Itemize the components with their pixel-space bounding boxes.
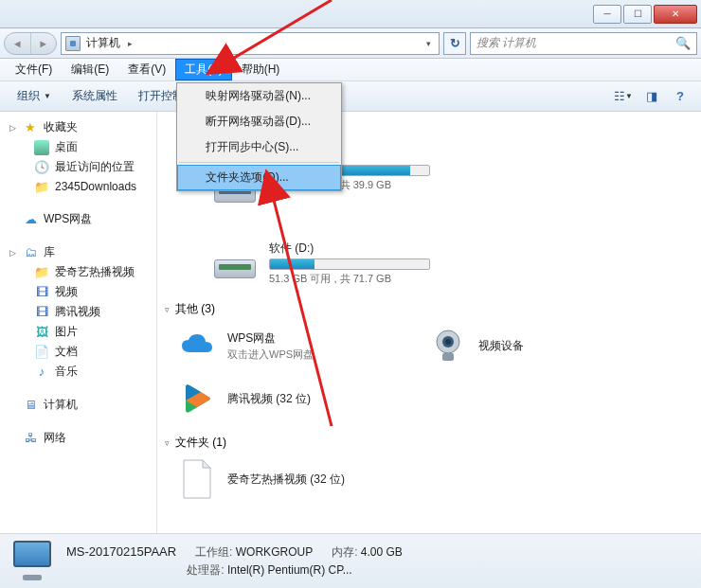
collapse-icon: ▷ [8,123,17,133]
collapse-icon: ▷ [8,248,17,258]
forward-button[interactable]: ► [31,33,57,54]
body: ▷★收藏夹 桌面 🕓最近访问的位置 📁2345Downloads ☁WPS网盘 … [0,112,701,533]
webcam-icon [427,325,469,366]
computer-icon: 🖥 [23,398,38,413]
preview-icon: ◨ [646,89,657,103]
toolbar: 组织▼ 系统属性 打开控制面板 ☷▼ ◨ ? [0,81,701,112]
tools-dropdown: 映射网络驱动器(N)... 断开网络驱动器(D)... 打开同步中心(S)...… [176,82,342,191]
sidebar-library-group: ▷🗂库 📁爱奇艺热播视频 🎞视频 🎞腾讯视频 🖼图片 📄文档 ♪音乐 [0,242,156,382]
drive-d[interactable]: 软件 (D:) 51.3 GB 可用 , 共 71.7 GB [214,241,440,286]
address-bar[interactable]: 计算机 ▸ ▾ [61,32,440,55]
dd-open-sync-center[interactable]: 打开同步中心(S)... [177,134,341,160]
menu-file[interactable]: 文件(F) [6,59,62,80]
section-other[interactable]: ▿其他 (3) [157,294,701,321]
drive-icon [214,241,260,278]
breadcrumb-arrow-icon[interactable]: ▸ [126,39,135,48]
sidebar-computer[interactable]: 🖥计算机 [0,395,156,415]
maximize-button[interactable]: ☐ [623,5,652,24]
collapse-icon: ▿ [165,438,170,448]
drive-label: 软件 (D:) [269,241,440,257]
video-icon: 🎞 [34,305,49,320]
sidebar-item-desktop[interactable]: 桌面 [0,137,156,157]
sidebar-item-iqiyi[interactable]: 📁爱奇艺热播视频 [0,262,156,282]
computer-icon [65,36,81,51]
menu-tools[interactable]: 工具(T) 映射网络驱动器(N)... 断开网络驱动器(D)... 打开同步中心… [175,59,231,80]
dd-disconnect-network-drive[interactable]: 断开网络驱动器(D)... [177,109,341,134]
menu-tools-label: 工具(T) [185,62,222,76]
item-tencent-video[interactable]: 腾讯视频 (32 位) [176,378,311,419]
sidebar-wps[interactable]: ☁WPS网盘 [0,209,156,229]
drive-free-text: 51.3 GB 可用 , 共 71.7 GB [269,272,440,286]
sidebar-item-tencent[interactable]: 🎞腾讯视频 [0,302,156,322]
sidebar-item-recent[interactable]: 🕓最近访问的位置 [0,157,156,177]
desktop-icon [34,140,49,155]
library-icon: 🗂 [23,245,38,260]
sidebar-wps-group: ☁WPS网盘 [0,209,156,229]
section-folders[interactable]: ▿文件夹 (1) [157,427,701,454]
menu-edit[interactable]: 编辑(E) [62,59,118,80]
star-icon: ★ [23,120,38,135]
search-icon[interactable]: 🔍 [675,36,691,50]
view-icon: ☷ [614,89,625,103]
sidebar-item-music[interactable]: ♪音乐 [0,362,156,382]
item-video-device[interactable]: 视频设备 [427,325,524,366]
tencent-video-icon [176,378,218,419]
video-icon: 🎞 [34,285,49,300]
computer-large-icon [9,541,55,582]
navbar: ◄ ► 计算机 ▸ ▾ ↻ 搜索 计算机 🔍 [0,28,701,59]
sidebar-item-documents[interactable]: 📄文档 [0,342,156,362]
file-icon [176,458,218,500]
cloud-icon: ☁ [23,212,38,227]
sidebar-item-pictures[interactable]: 🖼图片 [0,322,156,342]
back-button[interactable]: ◄ [5,33,31,54]
picture-icon: 🖼 [34,325,49,340]
sidebar: ▷★收藏夹 桌面 🕓最近访问的位置 📁2345Downloads ☁WPS网盘 … [0,112,157,533]
sidebar-favorites-group: ▷★收藏夹 桌面 🕓最近访问的位置 📁2345Downloads [0,117,156,196]
close-icon: ✕ [672,9,679,19]
menu-view[interactable]: 查看(V) [118,59,175,80]
folder-icon: 📁 [34,179,49,194]
toolbar-help-button[interactable]: ? [667,85,693,108]
sidebar-library[interactable]: ▷🗂库 [0,242,156,262]
toolbar-system-properties[interactable]: 系统属性 [63,84,127,108]
refresh-button[interactable]: ↻ [443,32,466,55]
minimize-icon: ─ [603,9,610,19]
close-button[interactable]: ✕ [654,5,697,24]
toolbar-preview-pane-button[interactable]: ◨ [638,85,665,108]
sidebar-computer-group: 🖥计算机 [0,395,156,415]
menubar: 文件(F) 编辑(E) 查看(V) 工具(T) 映射网络驱动器(N)... 断开… [0,59,701,81]
search-placeholder: 搜索 计算机 [476,35,536,51]
dd-folder-options[interactable]: 文件夹选项(O)... [177,165,341,190]
status-computer-name: MS-20170215PAAR [66,544,176,561]
cloud-icon [176,325,218,366]
titlebar: ─ ☐ ✕ [0,0,701,28]
music-icon: ♪ [34,365,49,380]
item-wps[interactable]: WPS网盘 双击进入WPS网盘 [176,325,314,366]
other-items-row-2: 腾讯视频 (32 位) [157,374,701,427]
address-dropdown-icon[interactable]: ▾ [422,39,435,48]
dd-separator [179,162,339,163]
toolbar-view-button[interactable]: ☷▼ [610,85,637,108]
menu-help[interactable]: 帮助(H) [232,59,290,80]
chevron-down-icon: ▼ [44,92,51,100]
item-iqiyi-folder[interactable]: 爱奇艺热播视频 (32 位) [176,458,345,500]
help-icon: ? [676,89,684,103]
toolbar-organize[interactable]: 组织▼ [8,84,61,108]
folder-icon: 📁 [34,265,49,280]
minimize-button[interactable]: ─ [593,5,621,24]
network-icon: 🖧 [23,431,38,446]
folders-row: 爱奇艺热播视频 (32 位) [157,454,701,508]
chevron-down-icon: ▼ [625,92,633,100]
breadcrumb-text[interactable]: 计算机 [86,35,120,51]
search-input[interactable]: 搜索 计算机 🔍 [470,32,697,55]
sidebar-favorites[interactable]: ▷★收藏夹 [0,117,156,137]
sidebar-item-video[interactable]: 🎞视频 [0,282,156,302]
sidebar-network-group: 🖧网络 [0,428,156,448]
refresh-icon: ↻ [450,36,460,50]
sidebar-item-downloads[interactable]: 📁2345Downloads [0,177,156,196]
recent-icon: 🕓 [34,160,49,175]
sidebar-network[interactable]: 🖧网络 [0,428,156,448]
dd-map-network-drive[interactable]: 映射网络驱动器(N)... [177,83,341,109]
statusbar: MS-20170215PAAR 工作组: WORKGROUP 内存: 4.00 … [0,533,701,588]
maximize-icon: ☐ [634,9,642,19]
